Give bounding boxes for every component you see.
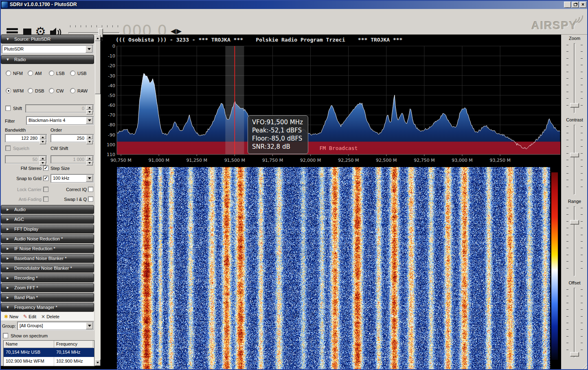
squelch-checkbox[interactable]	[5, 145, 11, 151]
tooltip-line: VFO:91,500 MHz	[252, 118, 303, 126]
shift-label: Shift	[13, 106, 22, 111]
scroll-down-icon[interactable]	[95, 359, 101, 366]
table-row[interactable]: 102.900 MHz WFM102.900 MHz	[4, 357, 94, 366]
panel-header-zoom-fft[interactable]: ►Zoom FFT *	[1, 283, 94, 292]
filter-label: Filter	[5, 119, 15, 123]
panel-header-if-noise-reduction[interactable]: ►IF Noise Reduction *	[1, 244, 94, 253]
close-button[interactable]: ×	[579, 2, 586, 8]
shift-checkbox[interactable]	[5, 106, 11, 111]
mode-radio-wfm[interactable]	[6, 88, 11, 93]
panel-header-audio[interactable]: ►Audio	[1, 205, 94, 214]
swap-iq-checkbox[interactable]	[88, 196, 93, 202]
mode-radio-usb[interactable]	[70, 70, 75, 76]
slider-thumb[interactable]	[570, 352, 579, 357]
edit-entry-icon: ✎	[23, 314, 27, 319]
radio-mode-grid: NFMAMLSBUSBWFMDSBCWRAW	[0, 70, 95, 107]
correct-iq-checkbox[interactable]	[88, 187, 93, 192]
column-header-name[interactable]: Name	[4, 341, 54, 348]
slider-track[interactable]	[574, 125, 575, 195]
mode-radio-cw[interactable]	[49, 88, 54, 93]
panel-header-fft-display[interactable]: ►FFT Display	[1, 225, 94, 233]
slider-area[interactable]	[566, 287, 583, 359]
new-button[interactable]: ✱New	[2, 313, 20, 320]
chevron-down-icon[interactable]	[86, 117, 93, 124]
table-cell: 70,154 MHz USB	[4, 348, 54, 357]
table-row[interactable]: 70,154 MHz USB70,154 MHz	[4, 348, 94, 357]
expanded-arrow-icon: ▼	[1, 37, 14, 41]
panel-header-recording[interactable]: ►Recording *	[1, 273, 94, 282]
chevron-down-icon[interactable]	[86, 322, 93, 329]
button-label: New	[9, 314, 18, 319]
lock-carrier-checkbox[interactable]	[43, 187, 48, 192]
spin-down-icon[interactable]	[86, 140, 93, 144]
panel-header-band-plan[interactable]: ►Band Plan *	[1, 293, 94, 302]
panel-header-agc[interactable]: ►AGC	[1, 215, 94, 224]
offset-slider[interactable]: Offset	[561, 280, 588, 359]
spin-up-icon[interactable]	[86, 105, 93, 110]
scroll-up-icon[interactable]	[95, 35, 101, 41]
bandwidth-input[interactable]: 122 280	[5, 134, 47, 142]
panel-header-baseband-noise-blanker[interactable]: ►Baseband Noise Blanker *	[1, 254, 94, 263]
volume-track[interactable]	[68, 32, 120, 34]
panel-header-audio-noise-reduction[interactable]: ►Audio Noise Reduction *	[1, 234, 94, 243]
delete-button[interactable]: ×Delete	[39, 313, 61, 320]
spin-down-icon[interactable]	[86, 110, 93, 115]
waterfall-canvas[interactable]	[117, 167, 550, 370]
slider-thumb[interactable]	[570, 103, 579, 108]
mode-radio-raw[interactable]	[70, 88, 75, 93]
slider-thumb[interactable]	[570, 220, 579, 225]
chevron-down-icon[interactable]	[86, 46, 92, 53]
fm-stereo-checkbox[interactable]	[43, 165, 48, 171]
tune-down-icon[interactable]: ◀	[171, 27, 176, 35]
slider-track[interactable]	[574, 206, 575, 276]
snap-to-grid-checkbox[interactable]	[43, 176, 48, 181]
squelch-input[interactable]: 50	[5, 155, 47, 163]
slider-track[interactable]	[574, 288, 575, 358]
mode-radio-nfm[interactable]	[6, 70, 11, 76]
restore-button[interactable]	[572, 2, 579, 8]
cw-shift-input[interactable]: 1 000	[50, 155, 94, 163]
step-size-select[interactable]: 100 kHz	[50, 174, 94, 183]
minimize-button[interactable]: _	[564, 2, 571, 8]
title-bar[interactable]: SDR# v1.0.0.1700 - PlutoSDR _ ×	[0, 0, 588, 9]
spin-down-icon[interactable]	[39, 161, 46, 165]
source-panel-header[interactable]: ▼ Source: PlutoSDR	[1, 35, 94, 44]
spin-up-icon[interactable]	[39, 135, 46, 139]
mode-radio-am[interactable]	[28, 70, 33, 76]
edit-button[interactable]: ✎Edit	[22, 313, 38, 320]
chevron-down-icon[interactable]	[86, 175, 93, 182]
spin-up-icon[interactable]	[86, 156, 93, 161]
spin-down-icon[interactable]	[86, 161, 93, 165]
filter-select[interactable]: Blackman-Harris 4	[26, 116, 94, 125]
spin-down-icon[interactable]	[39, 140, 46, 144]
anti-fading-checkbox[interactable]	[43, 196, 48, 202]
zoom-slider[interactable]: Zoom	[561, 36, 588, 114]
radio-panel-header[interactable]: ▼ Radio	[1, 55, 94, 64]
show-on-spectrum-checkbox[interactable]	[3, 333, 8, 338]
freq-axis-label: 91,000 M	[148, 158, 169, 163]
spin-up-icon[interactable]	[39, 156, 46, 161]
panel-header-demodulator-noise-blanker[interactable]: ►Demodulator Noise Blanker *	[1, 264, 94, 273]
contrast-slider[interactable]: Contrast	[561, 117, 588, 196]
scrollbar-thumb[interactable]	[95, 41, 101, 94]
slider-area[interactable]	[566, 42, 583, 114]
group-select[interactable]: [All Groups]	[17, 322, 94, 330]
mode-radio-dsb[interactable]	[28, 88, 33, 93]
column-header-frequency[interactable]: Frequency	[54, 341, 93, 348]
range-slider[interactable]: Range	[561, 199, 588, 277]
tune-up-icon[interactable]: ▶	[176, 27, 182, 35]
collapsed-arrow-icon: ►	[1, 256, 14, 260]
resize-grip-icon[interactable]	[581, 363, 587, 369]
shift-input[interactable]: 0	[25, 104, 94, 112]
slider-thumb[interactable]	[570, 153, 579, 157]
sidebar-scrollbar[interactable]	[95, 35, 101, 366]
mode-radio-lsb[interactable]	[49, 70, 54, 76]
slider-area[interactable]	[566, 205, 583, 277]
spin-up-icon[interactable]	[86, 135, 93, 139]
spectrum-plot[interactable]: FM Broadcast0-10-20-30-40-50-60-70-80-90…	[107, 43, 561, 165]
slider-area[interactable]	[566, 124, 583, 196]
source-select[interactable]: PlutoSDR	[2, 45, 93, 53]
panel-header-frequency-manager[interactable]: ▼Frequency Manager *	[1, 303, 94, 312]
order-input[interactable]: 250	[50, 134, 94, 142]
collapsed-arrow-icon: ►	[1, 237, 14, 241]
